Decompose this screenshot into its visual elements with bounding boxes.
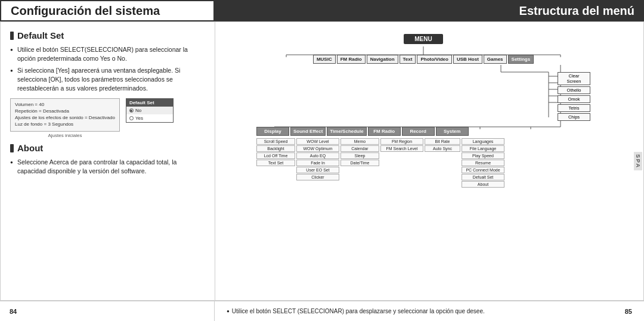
level3-fade-in: Fade In: [296, 160, 339, 166]
games-item-clearscreen: Clear Screen: [558, 72, 590, 85]
mockup-popup: Default Set No Yes: [126, 98, 174, 123]
level2-soundeffect: Sound Effect: [290, 127, 326, 136]
games-item-chips: Chips: [558, 113, 590, 121]
page-number-right: 85: [625, 308, 632, 315]
level1-text: Text: [400, 55, 416, 64]
right-title: Estructura del menú: [519, 4, 634, 18]
level3-user-eq-set: User EO Set: [296, 167, 339, 173]
popup-no-label: No: [135, 108, 141, 113]
level1-row: MUSIC FM Radio Navigation Text Photo/Vid…: [256, 55, 590, 64]
level1-settings: Settings: [508, 55, 534, 64]
level3-default-set: Defualt Set: [462, 174, 504, 180]
level2-system: System: [436, 127, 469, 136]
games-connector-svg: [256, 65, 590, 119]
connector-settings-level2: [256, 119, 590, 127]
header-right: Estructura del menú: [215, 0, 644, 21]
right-panel: MENU MUSIC FM Radio Navigation: [215, 22, 643, 300]
level3-about: About: [462, 181, 504, 188]
level3-lcd-off-time: Lcd Off Time: [256, 152, 295, 159]
screen-item-3: Ajustes de los efectos de sonido = Desac…: [15, 115, 115, 120]
bullet1-item2: Si selecciona [Yes] aparecerá una ventan…: [10, 66, 205, 92]
level3-fm-search-level: FM Search Level: [380, 145, 423, 152]
level3-calendar: Calendar: [340, 145, 379, 152]
level3-col-fmradio: FM Region FM Search Level: [380, 138, 423, 188]
section2-title: About: [10, 143, 205, 153]
popup-option-no: No: [126, 107, 173, 114]
screen-item-1: Volumen = 40: [15, 102, 115, 107]
radio-filled-icon: [129, 108, 134, 113]
bottom-section: 84 Utilice el botón SELECT (SELECCIONAR)…: [0, 301, 644, 321]
level1-fmradio: FM Radio: [337, 55, 366, 64]
level3-fm-region: FM Region: [380, 138, 423, 145]
level3-text-set: Text Set: [256, 160, 295, 166]
level3-backlight: Backlight: [256, 145, 295, 152]
left-title: Configuración del sistema: [11, 4, 160, 18]
level2-record: Record: [402, 127, 435, 136]
level3-memo: Memo: [340, 138, 379, 145]
level3-clicker: Clicker: [296, 174, 339, 180]
bottom-note-text: Utilice el botón SELECT (SELECCIONAR) pa…: [232, 308, 485, 314]
level3-datetime: Date/Time: [340, 160, 379, 166]
level3-play-speed: Play Speed: [462, 152, 504, 159]
games-submenu: Clear Screen Othello Omok Tetris Chips: [558, 72, 590, 121]
level3-languages: Languages: [462, 138, 504, 145]
level3-wow-optimum: WOW Optimum: [296, 145, 339, 152]
page-number-left: 84: [10, 308, 17, 315]
level3-col-record: Bit Rate Auto Sync: [425, 138, 460, 188]
mockup-screen: Volumen = 40 Repetición = Desactivada Aj…: [10, 98, 120, 132]
level2-timeschedule: Time/Schedule: [327, 127, 366, 136]
level3-wow-level: WOW Level: [296, 138, 339, 145]
level1-navigation: Navigation: [367, 55, 398, 64]
popup-option-yes: Yes: [126, 114, 173, 122]
mockup-area: Volumen = 40 Repetición = Desactivada Aj…: [10, 98, 205, 138]
level2-row: Display Sound Effect Time/Schedule FM Ra…: [256, 127, 590, 136]
spa-label: SPA: [634, 152, 642, 171]
menu-tree-container: MENU MUSIC FM Radio Navigation: [224, 28, 635, 194]
bottom-right: Utilice el botón SELECT (SELECCIONAR) pa…: [215, 301, 644, 321]
bullets1: Utilice el botón SELECT(SELECCIONAR) par…: [10, 45, 205, 92]
header-left: Configuración del sistema: [0, 0, 215, 21]
level3-pc-connect-mode: PC Connect Mode: [462, 167, 504, 173]
menu-root-box: MENU: [404, 34, 442, 44]
level3-scroll-speed: Scroll Speed: [256, 138, 295, 145]
level3-col-display: Scroll Speed Backlight Lcd Off Time Text…: [256, 138, 295, 188]
level3-col-system: Languages File Language Play Speed Resum…: [462, 138, 504, 188]
radio-empty-icon: [129, 116, 134, 120]
level1-photovideo: Photo/Video: [417, 55, 452, 64]
level3-file-language: File Language: [462, 145, 504, 152]
level3-auto-eq: Auto EQ: [296, 152, 339, 159]
bullets2: Seleccione Acerca de para controlar la c…: [10, 158, 205, 175]
games-item-tetris: Tetris: [558, 104, 590, 112]
games-item-omok: Omok: [558, 95, 590, 103]
bullet2-item1: Seleccione Acerca de para controlar la c…: [10, 158, 205, 175]
level3-col-soundeffect: WOW Level WOW Optimum Auto EQ Fade In Us…: [296, 138, 339, 188]
level3-auto-sync: Auto Sync: [425, 145, 460, 152]
bullet1-item1: Utilice el botón SELECT(SELECCIONAR) par…: [10, 45, 205, 63]
level1-games: Games: [484, 55, 507, 64]
level2-fmradio: FM Radio: [368, 127, 401, 136]
bottom-note: Utilice el botón SELECT (SELECCIONAR) pa…: [227, 308, 485, 314]
screen-label: Ajustes iniciales: [10, 133, 120, 138]
level3-col-timeschedule: Memo Calendar Sleep Date/Time: [340, 138, 379, 188]
level3-row: Scroll Speed Backlight Lcd Off Time Text…: [256, 138, 590, 188]
popup-yes-label: Yes: [135, 116, 143, 121]
menu-root-row: MENU: [404, 34, 442, 44]
connector-root-level1: [256, 46, 590, 55]
games-section: Clear Screen Othello Omok Tetris Chips: [256, 65, 590, 119]
popup-title: Default Set: [126, 99, 173, 107]
section1-title: Default Set: [10, 30, 205, 40]
level1-usbhost: USB Host: [453, 55, 482, 64]
level2-display: Display: [256, 127, 289, 136]
screen-item-2: Repetición = Desactivada: [15, 108, 115, 114]
level3-sleep: Sleep: [340, 152, 379, 159]
level3-resume: Resume: [462, 160, 504, 166]
left-panel: Default Set Utilice el botón SELECT(SELE…: [1, 22, 215, 300]
screen-item-4: Luz de fondo = 3 Segundos: [15, 121, 115, 127]
level3-bit-rate: Bit Rate: [425, 138, 460, 145]
bottom-left: 84: [0, 301, 215, 321]
games-item-othello: Othello: [558, 86, 590, 94]
level1-music: MUSIC: [313, 55, 336, 64]
